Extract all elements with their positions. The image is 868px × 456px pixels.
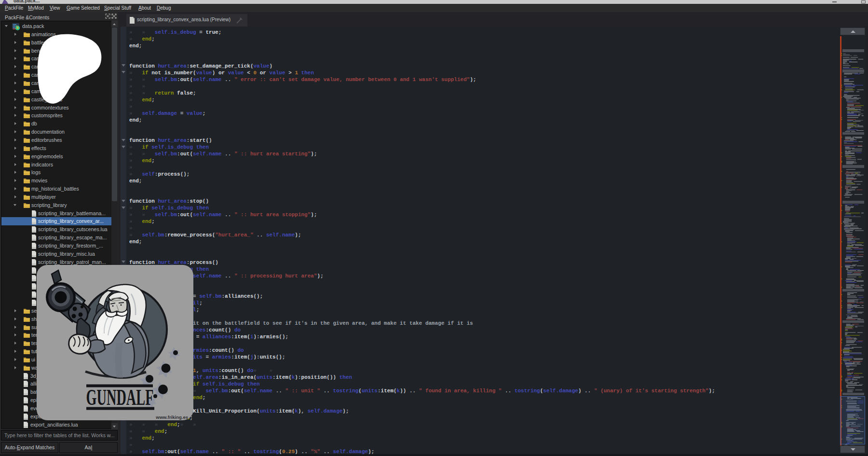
svg-text:www.friking.es: www.friking.es [155, 415, 188, 420]
svg-text:GUNDALF: GUNDALF [86, 385, 154, 410]
